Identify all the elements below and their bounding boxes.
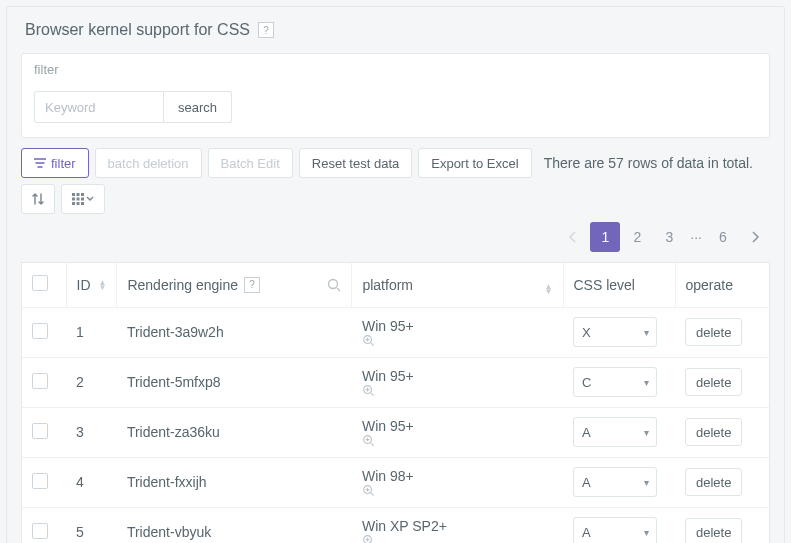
- css-level-select[interactable]: A: [573, 467, 657, 497]
- cell-platform: Win 95+: [352, 357, 563, 407]
- cell-engine: Trident-fxxijh: [117, 457, 352, 507]
- panel-header: Browser kernel support for CSS ?: [7, 7, 784, 53]
- delete-button[interactable]: delete: [685, 518, 742, 543]
- table-row: 1Trident-3a9w2hWin 95+ X▾delete: [22, 307, 769, 357]
- page-next[interactable]: [740, 222, 770, 252]
- pagination: 1 2 3 ··· 6: [7, 222, 784, 262]
- cell-platform: Win XP SP2+: [352, 507, 563, 543]
- chevron-right-icon: [751, 231, 759, 243]
- filter-button[interactable]: filter: [21, 148, 89, 178]
- magnify-icon[interactable]: [362, 334, 553, 347]
- cell-id: 5: [66, 507, 117, 543]
- svg-rect-1: [77, 193, 80, 196]
- delete-button[interactable]: delete: [685, 418, 742, 446]
- table-row: 2Trident-5mfxp8Win 95+ C▾delete: [22, 357, 769, 407]
- magnify-icon[interactable]: [362, 484, 553, 497]
- delete-button[interactable]: delete: [685, 318, 742, 346]
- batch-delete-button[interactable]: batch deletion: [95, 148, 202, 178]
- column-search-engine[interactable]: [327, 278, 341, 292]
- svg-rect-7: [77, 202, 80, 205]
- filter-icon: [34, 158, 46, 168]
- table-row: 5Trident-vbyukWin XP SP2+ A▾delete: [22, 507, 769, 543]
- panel: Browser kernel support for CSS ? filter …: [6, 6, 785, 543]
- search-button[interactable]: search: [164, 91, 232, 123]
- toolbar: filter batch deletion Batch Edit Reset t…: [7, 148, 784, 222]
- cell-engine: Trident-5mfxp8: [117, 357, 352, 407]
- delete-button[interactable]: delete: [685, 468, 742, 496]
- reset-data-button[interactable]: Reset test data: [299, 148, 412, 178]
- header-engine: Rendering engine ?: [117, 263, 352, 307]
- page-last[interactable]: 6: [708, 222, 738, 252]
- page-title: Browser kernel support for CSS: [25, 21, 250, 39]
- row-checkbox[interactable]: [32, 473, 48, 489]
- css-level-select[interactable]: X: [573, 317, 657, 347]
- header-id: ID ▲▼: [66, 263, 117, 307]
- cell-id: 4: [66, 457, 117, 507]
- chevron-left-icon: [569, 231, 577, 243]
- header-platform: platform ▲▼: [352, 263, 563, 307]
- cell-platform: Win 95+: [352, 307, 563, 357]
- cell-engine: Trident-za36ku: [117, 407, 352, 457]
- cell-id: 2: [66, 357, 117, 407]
- chevron-down-icon: [86, 195, 94, 203]
- export-excel-button[interactable]: Export to Excel: [418, 148, 531, 178]
- page-2[interactable]: 2: [622, 222, 652, 252]
- sort-icon: [31, 192, 45, 206]
- page-prev[interactable]: [558, 222, 588, 252]
- help-icon[interactable]: ?: [258, 22, 274, 38]
- css-level-select[interactable]: A: [573, 417, 657, 447]
- table-row: 3Trident-za36kuWin 95+ A▾delete: [22, 407, 769, 457]
- svg-rect-8: [81, 202, 84, 205]
- sort-toggle-button[interactable]: [21, 184, 55, 214]
- keyword-input[interactable]: [34, 91, 164, 123]
- cell-id: 1: [66, 307, 117, 357]
- filter-body: search: [22, 85, 769, 137]
- page-ellipsis: ···: [686, 229, 706, 245]
- header-css: CSS level: [563, 263, 675, 307]
- magnify-icon[interactable]: [362, 534, 553, 544]
- filter-section: filter search: [21, 53, 770, 138]
- sort-id[interactable]: ▲▼: [99, 280, 107, 290]
- delete-button[interactable]: delete: [685, 368, 742, 396]
- table: ID ▲▼ Rendering engine ?: [21, 262, 770, 543]
- svg-rect-2: [81, 193, 84, 196]
- filter-title: filter: [22, 54, 769, 85]
- svg-rect-4: [77, 198, 80, 201]
- row-checkbox[interactable]: [32, 523, 48, 539]
- cell-engine: Trident-vbyuk: [117, 507, 352, 543]
- cell-platform: Win 95+: [352, 407, 563, 457]
- row-checkbox[interactable]: [32, 423, 48, 439]
- row-checkbox[interactable]: [32, 373, 48, 389]
- search-icon: [327, 278, 341, 292]
- batch-edit-button[interactable]: Batch Edit: [208, 148, 293, 178]
- svg-rect-0: [72, 193, 75, 196]
- grid-icon: [72, 193, 84, 205]
- svg-rect-5: [81, 198, 84, 201]
- sort-platform[interactable]: ▲▼: [543, 276, 553, 294]
- select-all-checkbox[interactable]: [32, 275, 48, 291]
- header-checkbox-cell: [22, 263, 66, 307]
- page-1[interactable]: 1: [590, 222, 620, 252]
- header-operate: operate: [675, 263, 769, 307]
- svg-rect-6: [72, 202, 75, 205]
- view-toggle-button[interactable]: [61, 184, 105, 214]
- page-3[interactable]: 3: [654, 222, 684, 252]
- cell-platform: Win 98+: [352, 457, 563, 507]
- cell-id: 3: [66, 407, 117, 457]
- svg-point-9: [329, 279, 338, 288]
- magnify-icon[interactable]: [362, 434, 553, 447]
- help-icon[interactable]: ?: [244, 277, 260, 293]
- status-text: There are 57 rows of data in total.: [544, 155, 753, 171]
- css-level-select[interactable]: A: [573, 517, 657, 543]
- css-level-select[interactable]: C: [573, 367, 657, 397]
- table-row: 4Trident-fxxijhWin 98+ A▾delete: [22, 457, 769, 507]
- row-checkbox[interactable]: [32, 323, 48, 339]
- magnify-icon[interactable]: [362, 384, 553, 397]
- cell-engine: Trident-3a9w2h: [117, 307, 352, 357]
- svg-rect-3: [72, 198, 75, 201]
